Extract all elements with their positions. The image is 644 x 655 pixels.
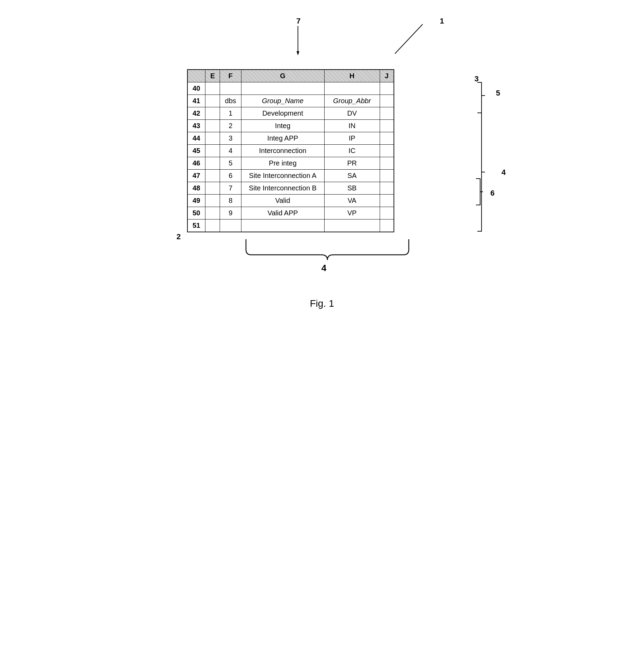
label-6: 6 <box>491 189 495 198</box>
col-g: G <box>241 70 324 82</box>
cell-48-h: SB <box>324 182 380 195</box>
cell-50-e <box>205 207 220 219</box>
cell-50-j <box>380 207 394 219</box>
cell-51-f <box>220 219 241 232</box>
cell-48-j <box>380 182 394 195</box>
label-7: 7 <box>297 17 301 26</box>
spreadsheet-wrapper: E F G H J 40 41 dbs Group_Name G <box>187 69 471 232</box>
cell-41-j <box>380 95 394 107</box>
table-row: 47 6 Site Interconnection A SA <box>187 170 394 182</box>
cell-51-j <box>380 219 394 232</box>
row-num-46: 46 <box>187 157 205 170</box>
table-row: 43 2 Integ IN <box>187 120 394 132</box>
cell-43-e <box>205 120 220 132</box>
row-num-40: 40 <box>187 82 205 95</box>
col-header-row: E F G H J <box>187 70 394 82</box>
cell-40-f <box>220 82 241 95</box>
svg-line-0 <box>395 24 423 54</box>
cell-47-g: Site Interconnection A <box>241 170 324 182</box>
cell-44-g: Integ APP <box>241 132 324 145</box>
col-f: F <box>220 70 241 82</box>
cell-40-g <box>241 82 324 95</box>
row-num-42: 42 <box>187 107 205 120</box>
cell-46-h: PR <box>324 157 380 170</box>
spreadsheet-table: E F G H J 40 41 dbs Group_Name G <box>187 69 394 232</box>
col-h: H <box>324 70 380 82</box>
label-4-right: 4 <box>502 168 506 177</box>
cell-42-h: DV <box>324 107 380 120</box>
cell-43-f: 2 <box>220 120 241 132</box>
cell-49-e <box>205 195 220 207</box>
cell-46-f: 5 <box>220 157 241 170</box>
cell-40-e <box>205 82 220 95</box>
col-j: J <box>380 70 394 82</box>
cell-50-g: Valid APP <box>241 207 324 219</box>
cell-42-g: Development <box>241 107 324 120</box>
cell-42-e <box>205 107 220 120</box>
cell-46-j <box>380 157 394 170</box>
svg-marker-2 <box>297 51 299 55</box>
table-row: 51 <box>187 219 394 232</box>
cell-48-g: Site Interconnection B <box>241 182 324 195</box>
cell-47-f: 6 <box>220 170 241 182</box>
cell-49-g: Valid <box>241 195 324 207</box>
cell-50-h: VP <box>324 207 380 219</box>
cell-51-h <box>324 219 380 232</box>
cell-48-f: 7 <box>220 182 241 195</box>
label-1: 1 <box>440 17 444 26</box>
col-e: E <box>205 70 220 82</box>
table-row: 49 8 Valid VA <box>187 195 394 207</box>
row-num-45: 45 <box>187 145 205 157</box>
label-5: 5 <box>496 89 500 98</box>
cell-50-f: 9 <box>220 207 241 219</box>
cell-51-g <box>241 219 324 232</box>
table-row: 42 1 Development DV <box>187 107 394 120</box>
cell-42-f: 1 <box>220 107 241 120</box>
cell-49-f: 8 <box>220 195 241 207</box>
cell-44-h: IP <box>324 132 380 145</box>
cell-43-j <box>380 120 394 132</box>
col-empty <box>187 70 205 82</box>
table-row: 46 5 Pre integ PR <box>187 157 394 170</box>
cell-43-h: IN <box>324 120 380 132</box>
cell-42-j <box>380 107 394 120</box>
cell-45-e <box>205 145 220 157</box>
cell-51-e <box>205 219 220 232</box>
cell-46-g: Pre integ <box>241 157 324 170</box>
cell-44-f: 3 <box>220 132 241 145</box>
bottom-annotations: 4 2 <box>187 232 485 277</box>
cell-41-e <box>205 95 220 107</box>
svg-text:4: 4 <box>321 263 326 273</box>
cell-44-j <box>380 132 394 145</box>
cell-45-j <box>380 145 394 157</box>
row-num-44: 44 <box>187 132 205 145</box>
cell-47-h: SA <box>324 170 380 182</box>
row-num-41: 41 <box>187 95 205 107</box>
table-row: 40 <box>187 82 394 95</box>
cell-43-g: Integ <box>241 120 324 132</box>
row-num-50: 50 <box>187 207 205 219</box>
cell-48-e <box>205 182 220 195</box>
cell-41-h: Group_Abbr <box>324 95 380 107</box>
cell-49-h: VA <box>324 195 380 207</box>
cell-41-g: Group_Name <box>241 95 324 107</box>
table-row: 41 dbs Group_Name Group_Abbr <box>187 95 394 107</box>
cell-46-e <box>205 157 220 170</box>
row-num-51: 51 <box>187 219 205 232</box>
table-row: 50 9 Valid APP VP <box>187 207 394 219</box>
table-row: 44 3 Integ APP IP <box>187 132 394 145</box>
cell-44-e <box>205 132 220 145</box>
label-3: 3 <box>475 74 479 83</box>
table-row: 48 7 Site Interconnection B SB <box>187 182 394 195</box>
cell-45-h: IC <box>324 145 380 157</box>
cell-45-g: Interconnection <box>241 145 324 157</box>
cell-41-f: dbs <box>220 95 241 107</box>
cell-47-e <box>205 170 220 182</box>
label-2: 2 <box>177 232 181 241</box>
cell-49-j <box>380 195 394 207</box>
row-num-43: 43 <box>187 120 205 132</box>
cell-45-f: 4 <box>220 145 241 157</box>
row-num-47: 47 <box>187 170 205 182</box>
row-num-48: 48 <box>187 182 205 195</box>
cell-40-h <box>324 82 380 95</box>
